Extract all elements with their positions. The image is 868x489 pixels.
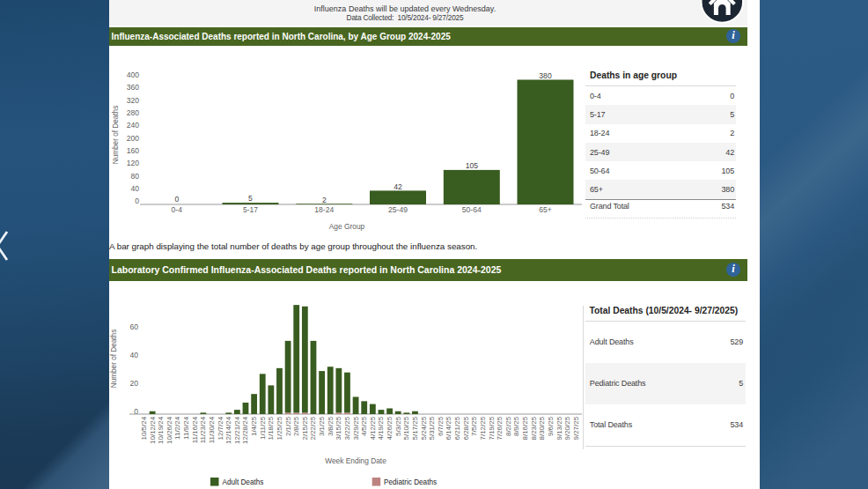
svg-text:3/29/25: 3/29/25 [352,416,360,440]
svg-text:3/8/25: 3/8/25 [327,416,335,436]
svg-text:10/19/24: 10/19/24 [157,416,165,444]
svg-text:0-4: 0-4 [172,205,183,214]
svg-text:Number of Deaths: Number of Deaths [110,330,118,388]
svg-text:25-49: 25-49 [388,205,408,214]
svg-text:12/7/24: 12/7/24 [217,416,224,440]
svg-text:4/5/25: 4/5/25 [360,416,368,436]
svg-text:65+: 65+ [539,205,552,214]
svg-text:11/30/24: 11/30/24 [208,416,216,443]
svg-text:80: 80 [130,172,139,181]
svg-text:160: 160 [127,146,140,155]
svg-text:5-17: 5-17 [243,205,258,214]
svg-text:8/23/25: 8/23/25 [530,416,538,440]
svg-text:1/4/25: 1/4/25 [250,416,258,436]
svg-text:380: 380 [539,71,552,80]
svg-text:10/12/24: 10/12/24 [149,416,157,444]
svg-text:6/21/25: 6/21/25 [453,416,461,440]
svg-text:6/7/25: 6/7/25 [437,416,445,436]
svg-text:120: 120 [127,159,140,167]
svg-text:4/19/25: 4/19/25 [377,416,385,440]
svg-text:20: 20 [129,379,138,388]
svg-text:10/26/24: 10/26/24 [166,416,173,444]
svg-text:3/22/25: 3/22/25 [343,416,351,440]
svg-text:3/15/25: 3/15/25 [335,416,342,440]
svg-text:5/24/25: 5/24/25 [420,416,428,440]
svg-text:8/30/25: 8/30/25 [538,416,546,440]
svg-text:2/22/25: 2/22/25 [309,416,317,440]
svg-text:8/16/25: 8/16/25 [521,416,529,440]
svg-text:6/14/25: 6/14/25 [445,416,452,440]
svg-text:10/5/24: 10/5/24 [140,416,148,440]
svg-text:1/11/25: 1/11/25 [259,416,267,440]
svg-text:Number of Deaths: Number of Deaths [112,106,120,164]
svg-text:2/15/25: 2/15/25 [301,416,309,440]
svg-text:42: 42 [394,182,402,191]
svg-text:4/12/25: 4/12/25 [369,416,377,440]
svg-text:11/2/24: 11/2/24 [174,416,182,440]
svg-text:360: 360 [127,83,140,92]
svg-text:12/28/24: 12/28/24 [241,416,249,444]
svg-text:9/6/25: 9/6/25 [547,416,555,436]
svg-text:2: 2 [322,196,327,204]
svg-text:Week Ending Date: Week Ending Date [325,456,386,465]
svg-text:7/5/25: 7/5/25 [470,416,478,436]
svg-text:105: 105 [466,161,479,170]
svg-text:400: 400 [127,70,140,79]
svg-text:18-24: 18-24 [314,205,334,214]
svg-text:280: 280 [127,108,140,117]
svg-text:11/16/24: 11/16/24 [191,416,199,443]
svg-text:5/3/25: 5/3/25 [394,416,402,436]
svg-text:0: 0 [174,195,179,204]
svg-text:40: 40 [129,351,138,359]
svg-text:5: 5 [248,194,253,203]
svg-text:7/19/25: 7/19/25 [488,416,496,440]
svg-text:Pediatric Deaths: Pediatric Deaths [384,478,437,486]
svg-text:8/2/25: 8/2/25 [504,416,512,436]
svg-text:9/27/25: 9/27/25 [572,416,580,440]
svg-text:5/10/25: 5/10/25 [402,416,410,440]
svg-text:40: 40 [130,184,139,193]
svg-text:240: 240 [127,121,140,130]
svg-text:9/20/25: 9/20/25 [563,416,571,440]
svg-text:0: 0 [134,407,138,416]
svg-text:2/8/25: 2/8/25 [292,416,300,436]
svg-text:2/1/25: 2/1/25 [284,416,292,436]
svg-text:Age Group: Age Group [329,222,365,231]
svg-text:1/25/25: 1/25/25 [276,416,283,440]
svg-text:11/9/24: 11/9/24 [182,416,190,440]
svg-text:4/26/25: 4/26/25 [386,416,394,440]
svg-text:7/26/25: 7/26/25 [496,416,504,440]
svg-text:50-64: 50-64 [462,205,482,214]
svg-text:6/28/25: 6/28/25 [462,416,470,440]
svg-text:11/23/24: 11/23/24 [199,416,207,443]
svg-text:12/21/24: 12/21/24 [233,416,241,444]
svg-text:200: 200 [127,134,140,143]
svg-text:12/14/24: 12/14/24 [224,416,232,444]
svg-text:60: 60 [129,322,138,331]
svg-text:5/31/25: 5/31/25 [428,416,436,440]
svg-text:Adult Deaths: Adult Deaths [223,478,264,486]
svg-text:5/17/25: 5/17/25 [411,416,419,440]
svg-text:9/13/25: 9/13/25 [555,416,563,440]
svg-text:7/12/25: 7/12/25 [479,416,487,440]
svg-text:3/1/25: 3/1/25 [318,416,326,436]
svg-text:1/18/25: 1/18/25 [267,416,275,440]
svg-text:320: 320 [127,96,140,105]
svg-text:8/9/25: 8/9/25 [512,416,520,436]
svg-text:0: 0 [135,196,139,205]
